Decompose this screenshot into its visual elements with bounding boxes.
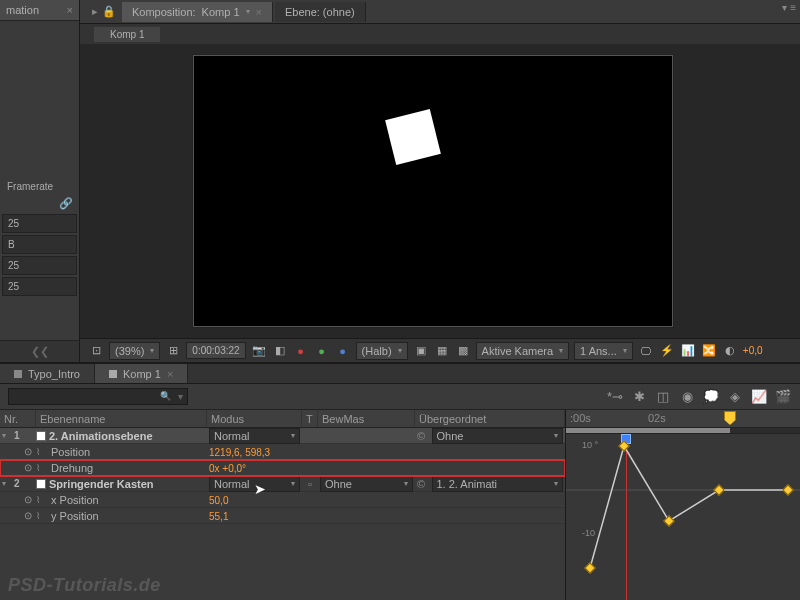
property-row-rotation[interactable]: ⊙ ⌇Drehung 0x +0,0° [0, 460, 565, 476]
draft3d-icon[interactable]: ✱ [630, 389, 648, 404]
blend-mode-dropdown[interactable]: Normal [209, 476, 300, 492]
parent-dropdown[interactable]: Ohne [432, 428, 564, 444]
stopwatch-icon[interactable]: ⊙ [24, 510, 36, 521]
camera-dropdown[interactable]: Aktive Kamera [476, 342, 570, 360]
viewport[interactable] [193, 55, 673, 327]
graph-icon[interactable]: ⌇ [36, 463, 48, 473]
tab-label: Typo_Intro [28, 368, 80, 380]
disclosure-icon[interactable]: ▾ [2, 479, 12, 488]
timeline-tab-komp[interactable]: Komp 1 × [95, 364, 188, 383]
views-dropdown[interactable]: 1 Ans... [574, 342, 633, 360]
property-row-x-position[interactable]: ⊙ ⌇x Position 50,0 [0, 492, 565, 508]
layer-name[interactable]: 2. Animationsebene [49, 430, 153, 442]
exposure-value[interactable]: +0,0 [743, 345, 763, 356]
pixel-aspect-icon[interactable]: 🖵 [638, 343, 654, 359]
layer-row-2[interactable]: ▾2 Springender Kasten Normal ▫ Ohne ©1. … [0, 476, 565, 492]
header-nr[interactable]: Nr. [0, 410, 36, 427]
render-icon[interactable]: 🎬 [774, 389, 792, 404]
layer-row-1[interactable]: ▾1 2. Animationsebene Normal ©Ohne [0, 428, 565, 444]
graph-icon[interactable]: ⌇ [36, 511, 48, 521]
time-tick-0: :00s [570, 412, 591, 424]
pickwhip-icon[interactable]: © [417, 430, 430, 442]
zoom-dropdown[interactable]: (39%) [109, 342, 160, 360]
stopwatch-icon[interactable]: ⊙ [24, 494, 36, 505]
timeline-search-input[interactable] [8, 388, 188, 405]
stopwatch-icon[interactable]: ⊙ [24, 462, 36, 473]
tab-dropdown-icon[interactable]: ▾ [246, 7, 250, 16]
header-modus[interactable]: Modus [207, 410, 302, 427]
collapse-icon[interactable]: ❮❮ [0, 340, 79, 362]
header-parent[interactable]: Übergeordnet [415, 410, 565, 427]
graph-area[interactable]: 10 ° -10 [566, 434, 800, 600]
track-matte-dropdown[interactable]: Ohne [320, 476, 413, 492]
comp-breadcrumb-item[interactable]: Komp 1 [94, 27, 160, 42]
property-value[interactable]: 50,0 [209, 495, 228, 506]
stopwatch-icon[interactable]: ⊙ [24, 446, 36, 457]
grid-icon[interactable]: ⊞ [165, 343, 181, 359]
channel-blue-icon[interactable]: ● [335, 343, 351, 359]
pickwhip-icon[interactable]: © [417, 478, 430, 490]
timeline-tab-typo[interactable]: Typo_Intro [0, 364, 95, 383]
fast-preview-icon[interactable]: ⚡ [659, 343, 675, 359]
time-ruler[interactable]: :00s 02s [566, 410, 800, 428]
brainstorm-icon[interactable]: 💭 [702, 389, 720, 404]
graph-editor-icon[interactable]: 📈 [750, 389, 768, 404]
close-icon[interactable]: × [167, 368, 173, 380]
header-name[interactable]: Ebenenname [36, 410, 207, 427]
comp-icon [109, 370, 117, 378]
timecode-display[interactable]: 0:00:03:22 [186, 342, 245, 359]
rendered-square-shape [385, 109, 441, 165]
blend-mode-dropdown[interactable]: Normal [209, 428, 300, 444]
auto-keyframe-icon[interactable]: ◈ [726, 389, 744, 404]
work-area-bar[interactable] [566, 428, 730, 433]
flowchart-icon[interactable]: 🔀 [701, 343, 717, 359]
lock-icon[interactable]: 🔒 [102, 5, 116, 18]
close-icon[interactable]: × [256, 6, 262, 18]
property-row-position[interactable]: ⊙ ⌇Position 1219,6, 598,3 [0, 444, 565, 460]
property-value[interactable]: 55,1 [209, 511, 228, 522]
timeline-icon[interactable]: 📊 [680, 343, 696, 359]
property-value[interactable]: 0x +0,0° [209, 463, 246, 474]
composition-tab[interactable]: Komposition: Komp 1 ▾ × [122, 2, 273, 22]
layer-name[interactable]: Springender Kasten [49, 478, 154, 490]
motion-blur-icon[interactable]: ◉ [678, 389, 696, 404]
exposure-reset-icon[interactable]: ◐ [722, 343, 738, 359]
track-matte-toggle[interactable]: ▫ [302, 478, 318, 490]
parent-dropdown[interactable]: 1. 2. Animati [432, 476, 564, 492]
back-icon[interactable]: ▸ [92, 5, 98, 18]
show-snapshot-icon[interactable]: ◧ [272, 343, 288, 359]
header-bewmas[interactable]: BewMas [318, 410, 415, 427]
snapshot-icon[interactable]: 📷 [251, 343, 267, 359]
watermark: PSD-Tutorials.de [8, 575, 161, 596]
disclosure-icon[interactable]: ▾ [2, 431, 12, 440]
safe-zone-icon[interactable]: ▣ [413, 343, 429, 359]
framerate-value-3[interactable]: 25 [2, 256, 77, 275]
header-t[interactable]: T [302, 410, 318, 427]
property-value[interactable]: 1219,6, 598,3 [209, 447, 270, 458]
shy-icon[interactable]: *⊸ [606, 389, 624, 404]
transparency-icon[interactable]: ▩ [455, 343, 471, 359]
preview-controls: ⊡ (39%) ⊞ 0:00:03:22 📷 ◧ ● ● ● (Halb) ▣ … [80, 338, 800, 362]
layer-color-swatch[interactable] [36, 431, 46, 441]
close-icon[interactable]: × [67, 4, 73, 16]
playhead-indicator[interactable] [724, 411, 736, 425]
framerate-value-2[interactable]: B [2, 235, 77, 254]
property-row-y-position[interactable]: ⊙ ⌇y Position 55,1 [0, 508, 565, 524]
graph-icon[interactable]: ⌇ [36, 495, 48, 505]
always-preview-icon[interactable]: ⊡ [88, 343, 104, 359]
channel-green-icon[interactable]: ● [314, 343, 330, 359]
framerate-value-4[interactable]: 25 [2, 277, 77, 296]
layer-color-swatch[interactable] [36, 479, 46, 489]
graph-icon[interactable]: ⌇ [36, 447, 48, 457]
roi-icon[interactable]: ▦ [434, 343, 450, 359]
frame-blend-icon[interactable]: ◫ [654, 389, 672, 404]
graph-editor[interactable]: :00s 02s 10 ° -10 [566, 410, 800, 600]
channel-red-icon[interactable]: ● [293, 343, 309, 359]
framerate-value-1[interactable]: 25 [2, 214, 77, 233]
layer-tab[interactable]: Ebene: (ohne) [275, 2, 366, 22]
panel-menu-icons[interactable]: ▾ ≡ [782, 2, 796, 13]
quality-dropdown[interactable]: (Halb) [356, 342, 408, 360]
link-icon[interactable]: 🔗 [59, 197, 73, 210]
sidebar-tab[interactable]: mation × [0, 0, 79, 21]
comp-icon [14, 370, 22, 378]
